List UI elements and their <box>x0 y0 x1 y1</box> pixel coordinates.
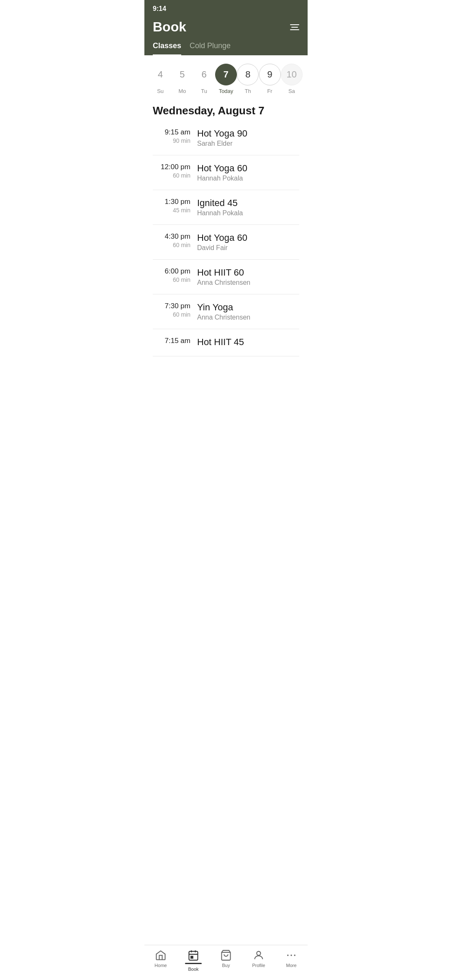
tab-cold-plunge[interactable]: Cold Plunge <box>190 41 231 55</box>
date-label-today: Today <box>219 88 234 94</box>
date-label-th: Th <box>245 88 251 94</box>
class-row-1[interactable]: 12:00 pm 60 min Hot Yoga 60 Hannah Pokal… <box>153 155 299 190</box>
date-label-mo: Mo <box>178 88 186 94</box>
tab-classes[interactable]: Classes <box>153 41 181 55</box>
header: Book <box>144 16 308 35</box>
class-time-0: 9:15 am 90 min <box>153 128 190 144</box>
date-fri[interactable]: 9 Fr <box>259 64 281 94</box>
date-sat[interactable]: 10 Sa <box>281 64 303 94</box>
date-thu[interactable]: 8 Th <box>237 64 259 94</box>
class-time-4: 6:00 pm 60 min <box>153 267 190 283</box>
class-row-4[interactable]: 6:00 pm 60 min Hot HIIT 60 Anna Christen… <box>153 260 299 294</box>
class-info-0: Hot Yoga 90 Sarah Elder <box>197 128 299 147</box>
date-num-6: 6 <box>193 64 215 85</box>
class-info-3: Hot Yoga 60 David Fair <box>197 232 299 252</box>
date-label-tu: Tu <box>201 88 207 94</box>
class-row-5[interactable]: 7:30 pm 60 min Yin Yoga Anna Christensen <box>153 294 299 329</box>
filter-line-1 <box>290 24 299 25</box>
class-row-6[interactable]: 7:15 am Hot HIIT 45 <box>153 329 299 356</box>
date-picker: 4 Su 5 Mo 6 Tu 7 Today 8 Th 9 Fr 10 Sa <box>144 55 308 98</box>
class-info-6: Hot HIIT 45 <box>197 337 299 348</box>
class-info-5: Yin Yoga Anna Christensen <box>197 302 299 321</box>
date-num-10: 10 <box>281 64 303 85</box>
date-label-sa: Sa <box>288 88 295 94</box>
class-time-5: 7:30 pm 60 min <box>153 302 190 318</box>
class-time-3: 4:30 pm 60 min <box>153 232 190 248</box>
class-row-3[interactable]: 4:30 pm 60 min Hot Yoga 60 David Fair <box>153 225 299 260</box>
filter-icon[interactable] <box>290 24 299 30</box>
class-info-1: Hot Yoga 60 Hannah Pokala <box>197 163 299 182</box>
class-list: 9:15 am 90 min Hot Yoga 90 Sarah Elder 1… <box>144 121 308 356</box>
status-bar: 9:14 <box>144 0 308 16</box>
date-label-su: Su <box>157 88 164 94</box>
class-row-0[interactable]: 9:15 am 90 min Hot Yoga 90 Sarah Elder <box>153 121 299 155</box>
class-info-4: Hot HIIT 60 Anna Christensen <box>197 267 299 286</box>
class-time-6: 7:15 am <box>153 337 190 346</box>
status-time: 9:14 <box>153 5 166 12</box>
date-label-fr: Fr <box>267 88 272 94</box>
day-heading: Wednesday, August 7 <box>144 98 308 121</box>
date-mon[interactable]: 5 Mo <box>171 64 193 94</box>
filter-line-2 <box>291 27 298 28</box>
class-info-2: Ignited 45 Hannah Pokala <box>197 198 299 217</box>
class-time-1: 12:00 pm 60 min <box>153 163 190 179</box>
date-num-4: 4 <box>149 64 171 85</box>
date-num-5: 5 <box>171 64 193 85</box>
filter-line-3 <box>290 29 299 30</box>
page-title: Book <box>153 19 186 35</box>
date-sun[interactable]: 4 Su <box>149 64 171 94</box>
class-row-2[interactable]: 1:30 pm 45 min Ignited 45 Hannah Pokala <box>153 190 299 225</box>
date-today[interactable]: 7 Today <box>215 64 237 94</box>
class-time-2: 1:30 pm 45 min <box>153 198 190 214</box>
date-num-8: 8 <box>237 64 259 85</box>
tab-bar: Classes Cold Plunge <box>144 35 308 55</box>
date-tue[interactable]: 6 Tu <box>193 64 215 94</box>
date-num-7: 7 <box>215 64 237 85</box>
date-num-9: 9 <box>259 64 281 85</box>
